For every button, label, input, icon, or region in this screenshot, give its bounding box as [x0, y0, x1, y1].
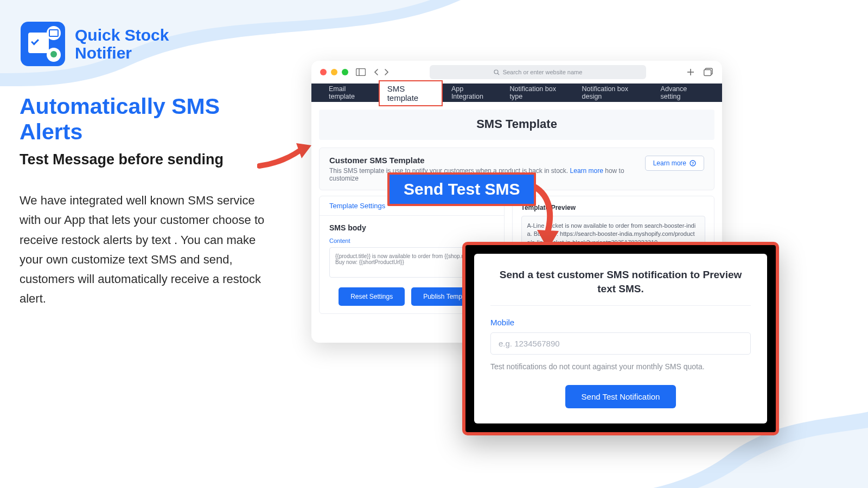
- sidebar-toggle-icon[interactable]: [356, 68, 366, 76]
- tab-app-integration[interactable]: App Integration: [444, 84, 501, 102]
- svg-line-3: [497, 73, 499, 75]
- svg-point-2: [494, 70, 498, 74]
- traffic-lights: [320, 69, 348, 75]
- page-title: SMS Template: [319, 115, 714, 131]
- tab-notification-box-design[interactable]: Notification box design: [574, 84, 652, 102]
- back-icon[interactable]: [373, 68, 380, 76]
- browser-chrome: Search or enter website name: [311, 61, 722, 84]
- svg-rect-0: [356, 69, 366, 76]
- panel-header: SMS Template: [319, 110, 714, 140]
- arrow-icon: [257, 138, 317, 170]
- app-tab-bar: Email template SMS template App Integrat…: [311, 84, 722, 102]
- send-test-modal: Send a test customer SMS notification to…: [462, 242, 779, 435]
- mobile-label: Mobile: [490, 318, 751, 327]
- tab-notification-box-type[interactable]: Notification box type: [502, 84, 573, 102]
- svg-rect-7: [704, 70, 711, 76]
- address-placeholder: Search or enter website name: [503, 69, 583, 75]
- search-icon: [494, 69, 500, 75]
- send-test-sms-callout: Send Test SMS: [387, 172, 536, 206]
- address-bar[interactable]: Search or enter website name: [430, 65, 646, 79]
- new-tab-icon[interactable]: [686, 68, 695, 76]
- learn-more-button[interactable]: Learn more ?: [645, 156, 704, 171]
- brand-name: Quick Stock Notifier: [75, 26, 169, 62]
- minimize-icon[interactable]: [331, 69, 337, 75]
- card-title: Customer SMS Template: [329, 156, 645, 165]
- modal-title: Send a test customer SMS notification to…: [490, 268, 751, 306]
- mobile-input[interactable]: [490, 332, 751, 355]
- brand-block: Quick Stock Notifier: [21, 22, 169, 66]
- modal-help-text: Test notifications do not count against …: [490, 362, 751, 371]
- maximize-icon[interactable]: [342, 69, 348, 75]
- marketing-subhead: Test Message before sending: [20, 151, 275, 168]
- learn-more-link[interactable]: Learn more: [570, 167, 603, 175]
- marketing-copy: Automatically SMS Alerts Test Message be…: [20, 94, 275, 309]
- brand-icon: [21, 22, 65, 66]
- marketing-body: We have integrated well known SMS servic…: [20, 191, 275, 309]
- tab-email-template[interactable]: Email template: [321, 84, 378, 102]
- send-test-notification-button[interactable]: Send Test Notification: [565, 385, 676, 408]
- marketing-headline: Automatically SMS Alerts: [20, 94, 275, 145]
- reset-settings-button[interactable]: Reset Settings: [339, 287, 405, 306]
- tab-sms-template[interactable]: SMS template: [379, 80, 443, 106]
- tabs-overview-icon[interactable]: [704, 68, 713, 76]
- svg-text:?: ?: [692, 161, 694, 166]
- tab-advance-setting[interactable]: Advance setting: [653, 84, 712, 102]
- close-icon[interactable]: [320, 69, 327, 75]
- sms-body-title: SMS body: [329, 223, 494, 232]
- forward-icon[interactable]: [383, 68, 390, 76]
- info-icon: ?: [690, 160, 696, 166]
